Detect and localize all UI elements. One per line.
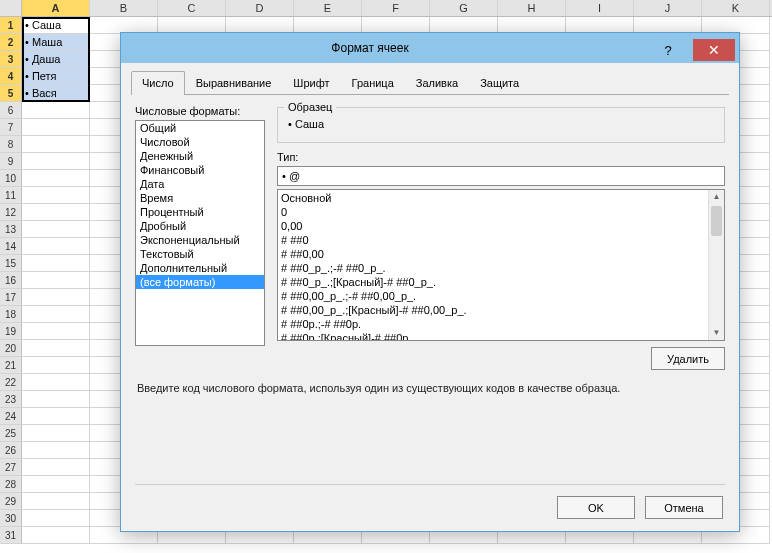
- cell[interactable]: • Даша: [22, 51, 90, 68]
- col-header-D[interactable]: D: [226, 0, 294, 16]
- row-header[interactable]: 2: [0, 34, 22, 51]
- col-header-J[interactable]: J: [634, 0, 702, 16]
- format-item[interactable]: # ##0_р_.;-# ##0_р_.: [281, 261, 721, 275]
- cell[interactable]: [22, 238, 90, 255]
- col-header-B[interactable]: B: [90, 0, 158, 16]
- tab-font[interactable]: Шрифт: [282, 71, 340, 95]
- format-item[interactable]: # ##0,00: [281, 247, 721, 261]
- row-header[interactable]: 13: [0, 221, 22, 238]
- cell[interactable]: [22, 357, 90, 374]
- cell[interactable]: [22, 136, 90, 153]
- row-header[interactable]: 18: [0, 306, 22, 323]
- row-header[interactable]: 19: [0, 323, 22, 340]
- row-header[interactable]: 17: [0, 289, 22, 306]
- row-header[interactable]: 7: [0, 119, 22, 136]
- cell[interactable]: [22, 408, 90, 425]
- row-header[interactable]: 11: [0, 187, 22, 204]
- row-header[interactable]: 24: [0, 408, 22, 425]
- format-list[interactable]: Основной00,00# ##0# ##0,00# ##0_р_.;-# #…: [277, 189, 725, 341]
- row-header[interactable]: 3: [0, 51, 22, 68]
- category-item[interactable]: Дополнительный: [136, 261, 264, 275]
- format-item[interactable]: # ##0: [281, 233, 721, 247]
- close-button[interactable]: ✕: [693, 39, 735, 61]
- scroll-down-icon[interactable]: ▼: [709, 326, 724, 340]
- tab-protection[interactable]: Защита: [469, 71, 530, 95]
- row-header[interactable]: 6: [0, 102, 22, 119]
- col-header-A[interactable]: A: [22, 0, 90, 16]
- cancel-button[interactable]: Отмена: [645, 496, 723, 519]
- cell[interactable]: [22, 459, 90, 476]
- row-header[interactable]: 23: [0, 391, 22, 408]
- cell[interactable]: [22, 153, 90, 170]
- cell[interactable]: • Маша: [22, 34, 90, 51]
- type-input[interactable]: [277, 166, 725, 186]
- delete-button[interactable]: Удалить: [651, 347, 725, 370]
- col-header-G[interactable]: G: [430, 0, 498, 16]
- format-item[interactable]: # ##0,00_р_.;-# ##0,00_р_.: [281, 289, 721, 303]
- row-header[interactable]: 15: [0, 255, 22, 272]
- category-item[interactable]: Дата: [136, 177, 264, 191]
- cell[interactable]: • Петя: [22, 68, 90, 85]
- tab-alignment[interactable]: Выравнивание: [185, 71, 283, 95]
- row-header[interactable]: 20: [0, 340, 22, 357]
- row-header[interactable]: 14: [0, 238, 22, 255]
- category-item[interactable]: Числовой: [136, 135, 264, 149]
- row-header[interactable]: 5: [0, 85, 22, 102]
- scroll-up-icon[interactable]: ▲: [709, 190, 724, 204]
- cell[interactable]: [22, 306, 90, 323]
- cell[interactable]: [22, 272, 90, 289]
- row-header[interactable]: 1: [0, 17, 22, 34]
- col-header-I[interactable]: I: [566, 0, 634, 16]
- row-header[interactable]: 4: [0, 68, 22, 85]
- row-header[interactable]: 8: [0, 136, 22, 153]
- cell[interactable]: [22, 102, 90, 119]
- cell[interactable]: [22, 493, 90, 510]
- category-item[interactable]: Финансовый: [136, 163, 264, 177]
- cell[interactable]: [22, 170, 90, 187]
- format-item[interactable]: # ##0,00_р_.;[Красный]-# ##0,00_р_.: [281, 303, 721, 317]
- row-header[interactable]: 22: [0, 374, 22, 391]
- tab-fill[interactable]: Заливка: [405, 71, 469, 95]
- cell[interactable]: [22, 527, 90, 544]
- col-header-H[interactable]: H: [498, 0, 566, 16]
- cell[interactable]: [22, 204, 90, 221]
- cell[interactable]: [22, 476, 90, 493]
- cell[interactable]: [22, 442, 90, 459]
- category-list[interactable]: ОбщийЧисловойДенежныйФинансовыйДатаВремя…: [135, 120, 265, 346]
- cell[interactable]: [22, 119, 90, 136]
- format-item[interactable]: # ##0_р_.;[Красный]-# ##0_р_.: [281, 275, 721, 289]
- cell[interactable]: [22, 374, 90, 391]
- format-item[interactable]: Основной: [281, 191, 721, 205]
- row-header[interactable]: 26: [0, 442, 22, 459]
- cell[interactable]: [22, 323, 90, 340]
- col-header-E[interactable]: E: [294, 0, 362, 16]
- dialog-titlebar[interactable]: Формат ячеек ? ✕: [121, 33, 739, 63]
- row-header[interactable]: 29: [0, 493, 22, 510]
- col-header-K[interactable]: K: [702, 0, 770, 16]
- row-header[interactable]: 16: [0, 272, 22, 289]
- category-item[interactable]: Дробный: [136, 219, 264, 233]
- tab-border[interactable]: Граница: [341, 71, 405, 95]
- cell[interactable]: [22, 255, 90, 272]
- col-header-F[interactable]: F: [362, 0, 430, 16]
- row-header[interactable]: 27: [0, 459, 22, 476]
- cell[interactable]: [22, 510, 90, 527]
- format-item[interactable]: # ##0р.;[Красный]-# ##0р.: [281, 331, 721, 341]
- cell[interactable]: [22, 391, 90, 408]
- format-item[interactable]: 0: [281, 205, 721, 219]
- row-header[interactable]: 10: [0, 170, 22, 187]
- format-item[interactable]: 0,00: [281, 219, 721, 233]
- ok-button[interactable]: OK: [557, 496, 635, 519]
- cell[interactable]: • Саша: [22, 17, 90, 34]
- category-item[interactable]: (все форматы): [136, 275, 264, 289]
- category-item[interactable]: Экспоненциальный: [136, 233, 264, 247]
- category-item[interactable]: Время: [136, 191, 264, 205]
- help-button[interactable]: ?: [647, 39, 689, 61]
- col-header-C[interactable]: C: [158, 0, 226, 16]
- row-header[interactable]: 31: [0, 527, 22, 544]
- cell[interactable]: [22, 221, 90, 238]
- row-header[interactable]: 30: [0, 510, 22, 527]
- row-header[interactable]: 28: [0, 476, 22, 493]
- tab-number[interactable]: Число: [131, 71, 185, 95]
- scroll-thumb[interactable]: [711, 206, 722, 236]
